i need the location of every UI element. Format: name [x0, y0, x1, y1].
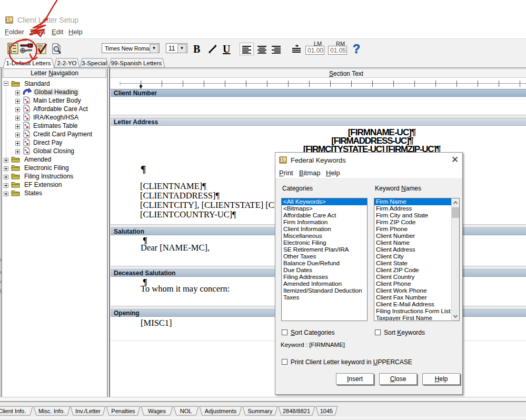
svg-text:Adjustments: Adjustments: [205, 408, 237, 414]
svg-text:NOL: NOL: [180, 408, 192, 414]
svg-text:1-Default Letters: 1-Default Letters: [6, 60, 51, 66]
svg-text:2848/8821: 2848/8821: [283, 408, 310, 414]
svg-text:Misc. Info.: Misc. Info.: [38, 408, 65, 414]
svg-text:Wages: Wages: [148, 408, 166, 414]
svg-text:Penalties: Penalties: [111, 408, 135, 414]
svg-text:3-Special: 3-Special: [82, 60, 107, 66]
svg-text:Summary: Summary: [247, 408, 273, 414]
svg-text:99-Spanish Letters: 99-Spanish Letters: [111, 60, 162, 66]
svg-text:Client Info.: Client Info.: [0, 408, 26, 414]
svg-text:1045: 1045: [320, 408, 333, 414]
svg-text:Inv./Letter: Inv./Letter: [75, 408, 101, 414]
svg-text:2-2-YO: 2-2-YO: [57, 60, 76, 66]
